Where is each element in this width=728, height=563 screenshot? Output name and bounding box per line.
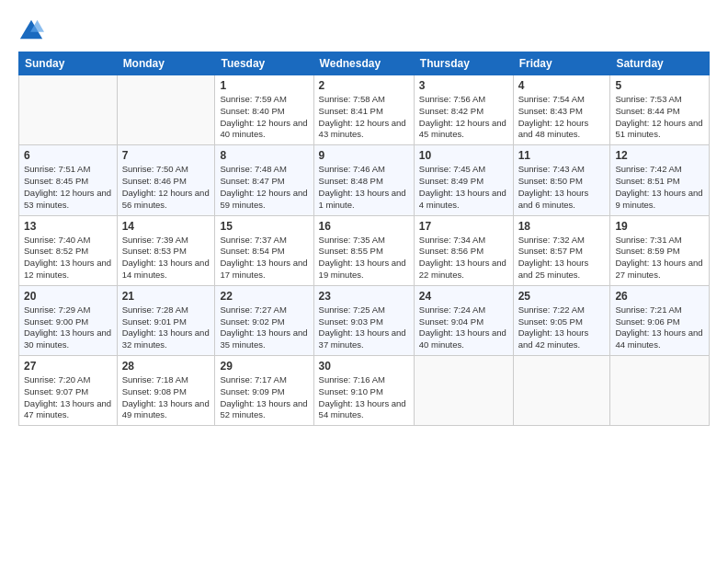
week-row-1: 1Sunrise: 7:59 AM Sunset: 8:40 PM Daylig… — [19, 75, 710, 145]
day-info: Sunrise: 7:27 AM Sunset: 9:02 PM Dayligh… — [220, 304, 308, 351]
day-number: 14 — [122, 220, 210, 233]
day-info: Sunrise: 7:40 AM Sunset: 8:52 PM Dayligh… — [24, 235, 112, 282]
day-info: Sunrise: 7:17 AM Sunset: 9:09 PM Dayligh… — [220, 374, 308, 421]
calendar-cell — [117, 75, 215, 145]
day-info: Sunrise: 7:56 AM Sunset: 8:42 PM Dayligh… — [419, 94, 508, 141]
calendar-cell: 20Sunrise: 7:29 AM Sunset: 9:00 PM Dayli… — [19, 285, 118, 355]
calendar-cell: 23Sunrise: 7:25 AM Sunset: 9:03 PM Dayli… — [313, 285, 414, 355]
week-row-2: 6Sunrise: 7:51 AM Sunset: 8:45 PM Daylig… — [19, 145, 710, 215]
weekday-header-thursday: Thursday — [414, 52, 513, 75]
day-info: Sunrise: 7:20 AM Sunset: 9:07 PM Dayligh… — [24, 374, 112, 421]
calendar-cell — [19, 75, 118, 145]
calendar-cell: 8Sunrise: 7:48 AM Sunset: 8:47 PM Daylig… — [215, 145, 313, 215]
calendar-cell: 25Sunrise: 7:22 AM Sunset: 9:05 PM Dayli… — [513, 285, 610, 355]
weekday-header-row: SundayMondayTuesdayWednesdayThursdayFrid… — [19, 52, 710, 75]
day-number: 9 — [319, 149, 409, 162]
day-info: Sunrise: 7:42 AM Sunset: 8:51 PM Dayligh… — [615, 164, 704, 211]
logo-icon — [18, 17, 44, 42]
week-row-3: 13Sunrise: 7:40 AM Sunset: 8:52 PM Dayli… — [19, 215, 710, 285]
calendar-cell: 11Sunrise: 7:43 AM Sunset: 8:50 PM Dayli… — [513, 145, 610, 215]
week-row-4: 20Sunrise: 7:29 AM Sunset: 9:00 PM Dayli… — [19, 285, 710, 355]
week-row-5: 27Sunrise: 7:20 AM Sunset: 9:07 PM Dayli… — [19, 356, 710, 426]
day-number: 5 — [615, 79, 704, 92]
day-info: Sunrise: 7:21 AM Sunset: 9:06 PM Dayligh… — [615, 304, 704, 351]
day-info: Sunrise: 7:58 AM Sunset: 8:41 PM Dayligh… — [319, 94, 409, 141]
calendar-cell: 26Sunrise: 7:21 AM Sunset: 9:06 PM Dayli… — [610, 285, 710, 355]
weekday-header-monday: Monday — [117, 52, 215, 75]
calendar-cell: 27Sunrise: 7:20 AM Sunset: 9:07 PM Dayli… — [19, 356, 118, 426]
day-info: Sunrise: 7:28 AM Sunset: 9:01 PM Dayligh… — [122, 304, 210, 351]
logo — [18, 17, 48, 42]
day-number: 7 — [122, 149, 210, 162]
calendar-cell: 14Sunrise: 7:39 AM Sunset: 8:53 PM Dayli… — [117, 215, 215, 285]
day-info: Sunrise: 7:50 AM Sunset: 8:46 PM Dayligh… — [122, 164, 210, 211]
calendar-cell: 22Sunrise: 7:27 AM Sunset: 9:02 PM Dayli… — [215, 285, 313, 355]
day-info: Sunrise: 7:37 AM Sunset: 8:54 PM Dayligh… — [220, 235, 308, 282]
calendar-cell: 5Sunrise: 7:53 AM Sunset: 8:44 PM Daylig… — [610, 75, 710, 145]
page: SundayMondayTuesdayWednesdayThursdayFrid… — [0, 0, 728, 563]
day-info: Sunrise: 7:43 AM Sunset: 8:50 PM Dayligh… — [518, 164, 606, 211]
calendar-cell: 6Sunrise: 7:51 AM Sunset: 8:45 PM Daylig… — [19, 145, 118, 215]
calendar-cell: 16Sunrise: 7:35 AM Sunset: 8:55 PM Dayli… — [313, 215, 414, 285]
weekday-header-wednesday: Wednesday — [313, 52, 414, 75]
day-info: Sunrise: 7:53 AM Sunset: 8:44 PM Dayligh… — [615, 94, 704, 141]
calendar-cell: 1Sunrise: 7:59 AM Sunset: 8:40 PM Daylig… — [215, 75, 313, 145]
day-info: Sunrise: 7:35 AM Sunset: 8:55 PM Dayligh… — [319, 235, 409, 282]
day-number: 25 — [518, 290, 606, 303]
calendar-cell: 3Sunrise: 7:56 AM Sunset: 8:42 PM Daylig… — [414, 75, 513, 145]
day-number: 3 — [419, 79, 508, 92]
day-info: Sunrise: 7:16 AM Sunset: 9:10 PM Dayligh… — [319, 374, 409, 421]
day-info: Sunrise: 7:51 AM Sunset: 8:45 PM Dayligh… — [24, 164, 112, 211]
calendar-cell — [513, 356, 610, 426]
day-number: 4 — [518, 79, 606, 92]
calendar-cell: 19Sunrise: 7:31 AM Sunset: 8:59 PM Dayli… — [610, 215, 710, 285]
day-info: Sunrise: 7:22 AM Sunset: 9:05 PM Dayligh… — [518, 304, 606, 351]
day-info: Sunrise: 7:48 AM Sunset: 8:47 PM Dayligh… — [220, 164, 308, 211]
day-number: 11 — [518, 149, 606, 162]
calendar-cell: 17Sunrise: 7:34 AM Sunset: 8:56 PM Dayli… — [414, 215, 513, 285]
calendar-cell: 2Sunrise: 7:58 AM Sunset: 8:41 PM Daylig… — [313, 75, 414, 145]
calendar-cell — [414, 356, 513, 426]
day-info: Sunrise: 7:31 AM Sunset: 8:59 PM Dayligh… — [615, 235, 704, 282]
day-number: 15 — [220, 220, 308, 233]
day-number: 23 — [319, 290, 409, 303]
day-number: 28 — [122, 360, 210, 373]
weekday-header-tuesday: Tuesday — [215, 52, 313, 75]
calendar-cell: 7Sunrise: 7:50 AM Sunset: 8:46 PM Daylig… — [117, 145, 215, 215]
weekday-header-friday: Friday — [513, 52, 610, 75]
day-number: 20 — [24, 290, 112, 303]
day-number: 16 — [319, 220, 409, 233]
day-info: Sunrise: 7:32 AM Sunset: 8:57 PM Dayligh… — [518, 235, 606, 282]
day-number: 1 — [220, 79, 308, 92]
calendar-cell: 29Sunrise: 7:17 AM Sunset: 9:09 PM Dayli… — [215, 356, 313, 426]
day-number: 17 — [419, 220, 508, 233]
day-info: Sunrise: 7:39 AM Sunset: 8:53 PM Dayligh… — [122, 235, 210, 282]
calendar-cell — [610, 356, 710, 426]
day-number: 10 — [419, 149, 508, 162]
calendar-cell: 24Sunrise: 7:24 AM Sunset: 9:04 PM Dayli… — [414, 285, 513, 355]
calendar-cell: 21Sunrise: 7:28 AM Sunset: 9:01 PM Dayli… — [117, 285, 215, 355]
day-number: 29 — [220, 360, 308, 373]
header — [18, 17, 710, 42]
day-info: Sunrise: 7:24 AM Sunset: 9:04 PM Dayligh… — [419, 304, 508, 351]
calendar-cell: 9Sunrise: 7:46 AM Sunset: 8:48 PM Daylig… — [313, 145, 414, 215]
calendar-cell: 28Sunrise: 7:18 AM Sunset: 9:08 PM Dayli… — [117, 356, 215, 426]
calendar-cell: 10Sunrise: 7:45 AM Sunset: 8:49 PM Dayli… — [414, 145, 513, 215]
day-number: 24 — [419, 290, 508, 303]
day-info: Sunrise: 7:45 AM Sunset: 8:49 PM Dayligh… — [419, 164, 508, 211]
day-number: 26 — [615, 290, 704, 303]
weekday-header-sunday: Sunday — [19, 52, 118, 75]
day-number: 18 — [518, 220, 606, 233]
day-number: 13 — [24, 220, 112, 233]
calendar-cell: 13Sunrise: 7:40 AM Sunset: 8:52 PM Dayli… — [19, 215, 118, 285]
day-number: 8 — [220, 149, 308, 162]
day-number: 30 — [319, 360, 409, 373]
day-number: 12 — [615, 149, 704, 162]
calendar-cell: 12Sunrise: 7:42 AM Sunset: 8:51 PM Dayli… — [610, 145, 710, 215]
day-number: 19 — [615, 220, 704, 233]
day-info: Sunrise: 7:54 AM Sunset: 8:43 PM Dayligh… — [518, 94, 606, 141]
calendar-cell: 4Sunrise: 7:54 AM Sunset: 8:43 PM Daylig… — [513, 75, 610, 145]
calendar-cell: 30Sunrise: 7:16 AM Sunset: 9:10 PM Dayli… — [313, 356, 414, 426]
calendar-cell: 15Sunrise: 7:37 AM Sunset: 8:54 PM Dayli… — [215, 215, 313, 285]
day-info: Sunrise: 7:34 AM Sunset: 8:56 PM Dayligh… — [419, 235, 508, 282]
